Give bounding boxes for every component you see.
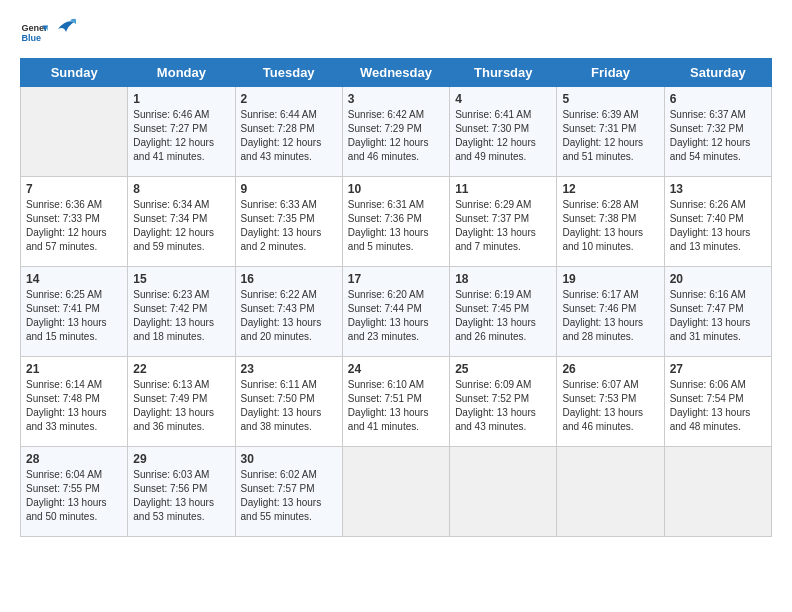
calendar-cell [342, 447, 449, 537]
day-number: 21 [26, 362, 122, 376]
week-row-4: 21Sunrise: 6:14 AMSunset: 7:48 PMDayligh… [21, 357, 772, 447]
cell-info-line: Sunset: 7:42 PM [133, 302, 229, 316]
day-number: 20 [670, 272, 766, 286]
cell-info-line: Sunrise: 6:09 AM [455, 378, 551, 392]
cell-info-line: Sunrise: 6:10 AM [348, 378, 444, 392]
cell-info-line: Daylight: 13 hours [241, 226, 337, 240]
cell-info-line: Sunrise: 6:13 AM [133, 378, 229, 392]
calendar-cell: 24Sunrise: 6:10 AMSunset: 7:51 PMDayligh… [342, 357, 449, 447]
cell-info-line: Sunrise: 6:22 AM [241, 288, 337, 302]
cell-info-line: and 43 minutes. [241, 150, 337, 164]
cell-info-line: Sunrise: 6:26 AM [670, 198, 766, 212]
day-number: 8 [133, 182, 229, 196]
cell-info-line: and 5 minutes. [348, 240, 444, 254]
cell-info-line: Daylight: 13 hours [670, 406, 766, 420]
day-number: 22 [133, 362, 229, 376]
cell-info-line: Sunset: 7:54 PM [670, 392, 766, 406]
cell-info-line: and 15 minutes. [26, 330, 122, 344]
calendar-cell: 12Sunrise: 6:28 AMSunset: 7:38 PMDayligh… [557, 177, 664, 267]
day-number: 23 [241, 362, 337, 376]
calendar-cell: 21Sunrise: 6:14 AMSunset: 7:48 PMDayligh… [21, 357, 128, 447]
calendar-cell [450, 447, 557, 537]
calendar-cell: 18Sunrise: 6:19 AMSunset: 7:45 PMDayligh… [450, 267, 557, 357]
day-number: 15 [133, 272, 229, 286]
cell-info-line: Sunset: 7:29 PM [348, 122, 444, 136]
svg-text:Blue: Blue [21, 33, 41, 43]
cell-info-line: Sunrise: 6:46 AM [133, 108, 229, 122]
calendar-cell: 17Sunrise: 6:20 AMSunset: 7:44 PMDayligh… [342, 267, 449, 357]
cell-info-line: and 49 minutes. [455, 150, 551, 164]
day-number: 2 [241, 92, 337, 106]
day-number: 30 [241, 452, 337, 466]
day-number: 3 [348, 92, 444, 106]
cell-info-line: and 41 minutes. [133, 150, 229, 164]
cell-info-line: Daylight: 12 hours [133, 226, 229, 240]
cell-info-line: Sunrise: 6:07 AM [562, 378, 658, 392]
logo: General Blue [20, 20, 76, 48]
cell-info-line: and 59 minutes. [133, 240, 229, 254]
day-number: 29 [133, 452, 229, 466]
cell-info-line: Daylight: 12 hours [455, 136, 551, 150]
day-number: 19 [562, 272, 658, 286]
day-number: 28 [26, 452, 122, 466]
day-number: 25 [455, 362, 551, 376]
calendar-cell: 26Sunrise: 6:07 AMSunset: 7:53 PMDayligh… [557, 357, 664, 447]
cell-info-line: Sunrise: 6:17 AM [562, 288, 658, 302]
cell-info-line: Daylight: 13 hours [562, 406, 658, 420]
cell-info-line: and 10 minutes. [562, 240, 658, 254]
logo-bird-icon [56, 14, 76, 44]
cell-info-line: Daylight: 13 hours [348, 316, 444, 330]
week-row-5: 28Sunrise: 6:04 AMSunset: 7:55 PMDayligh… [21, 447, 772, 537]
day-number: 9 [241, 182, 337, 196]
calendar-cell: 2Sunrise: 6:44 AMSunset: 7:28 PMDaylight… [235, 87, 342, 177]
cell-info-line: Sunset: 7:49 PM [133, 392, 229, 406]
cell-info-line: Daylight: 12 hours [133, 136, 229, 150]
cell-info-line: and 53 minutes. [133, 510, 229, 524]
cell-info-line: Sunset: 7:38 PM [562, 212, 658, 226]
cell-info-line: Sunset: 7:27 PM [133, 122, 229, 136]
day-number: 12 [562, 182, 658, 196]
cell-info-line: Daylight: 13 hours [26, 496, 122, 510]
cell-info-line: Sunset: 7:51 PM [348, 392, 444, 406]
cell-info-line: Sunrise: 6:16 AM [670, 288, 766, 302]
calendar-cell: 29Sunrise: 6:03 AMSunset: 7:56 PMDayligh… [128, 447, 235, 537]
cell-info-line: and 54 minutes. [670, 150, 766, 164]
cell-info-line: Daylight: 13 hours [455, 316, 551, 330]
cell-info-line: Sunrise: 6:04 AM [26, 468, 122, 482]
cell-info-line: and 23 minutes. [348, 330, 444, 344]
calendar-header-row: SundayMondayTuesdayWednesdayThursdayFrid… [21, 59, 772, 87]
cell-info-line: Sunset: 7:32 PM [670, 122, 766, 136]
cell-info-line: Daylight: 13 hours [670, 226, 766, 240]
day-number: 13 [670, 182, 766, 196]
cell-info-line: Daylight: 13 hours [26, 406, 122, 420]
calendar-cell: 5Sunrise: 6:39 AMSunset: 7:31 PMDaylight… [557, 87, 664, 177]
cell-info-line: and 33 minutes. [26, 420, 122, 434]
cell-info-line: Sunset: 7:33 PM [26, 212, 122, 226]
day-number: 24 [348, 362, 444, 376]
cell-info-line: Sunset: 7:55 PM [26, 482, 122, 496]
cell-info-line: Sunrise: 6:14 AM [26, 378, 122, 392]
cell-info-line: Sunset: 7:30 PM [455, 122, 551, 136]
cell-info-line: Sunset: 7:48 PM [26, 392, 122, 406]
cell-info-line: Daylight: 12 hours [26, 226, 122, 240]
day-header-monday: Monday [128, 59, 235, 87]
cell-info-line: Sunrise: 6:20 AM [348, 288, 444, 302]
cell-info-line: Sunrise: 6:29 AM [455, 198, 551, 212]
cell-info-line: Sunset: 7:41 PM [26, 302, 122, 316]
cell-info-line: Sunset: 7:47 PM [670, 302, 766, 316]
cell-info-line: Sunset: 7:45 PM [455, 302, 551, 316]
day-header-tuesday: Tuesday [235, 59, 342, 87]
calendar-cell: 30Sunrise: 6:02 AMSunset: 7:57 PMDayligh… [235, 447, 342, 537]
day-number: 10 [348, 182, 444, 196]
day-number: 14 [26, 272, 122, 286]
day-number: 7 [26, 182, 122, 196]
cell-info-line: Daylight: 13 hours [133, 406, 229, 420]
cell-info-line: and 38 minutes. [241, 420, 337, 434]
calendar-cell: 7Sunrise: 6:36 AMSunset: 7:33 PMDaylight… [21, 177, 128, 267]
day-header-friday: Friday [557, 59, 664, 87]
calendar-body: 1Sunrise: 6:46 AMSunset: 7:27 PMDaylight… [21, 87, 772, 537]
cell-info-line: and 51 minutes. [562, 150, 658, 164]
cell-info-line: Sunrise: 6:11 AM [241, 378, 337, 392]
day-number: 1 [133, 92, 229, 106]
cell-info-line: Sunrise: 6:34 AM [133, 198, 229, 212]
